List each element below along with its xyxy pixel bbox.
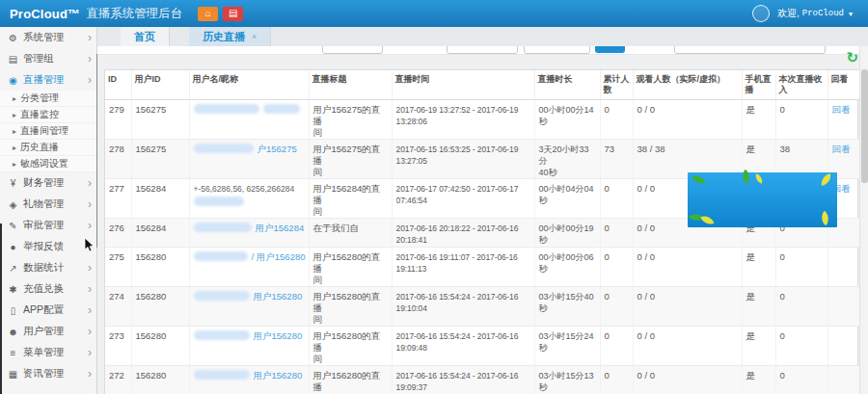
filter-input-2[interactable] — [447, 46, 518, 54]
live-time-range: 2017-06-16 20:18:22 - 2017-06-16 20:18:4… — [396, 223, 531, 246]
cell-viewers-actual-virtual: 0 / 0 — [633, 100, 742, 140]
cell-username: 用户156280 — [189, 366, 309, 394]
cell-id: 272 — [105, 366, 131, 394]
user-menu[interactable]: 欢迎, ProCloud ▾ — [752, 5, 853, 22]
leaf-icon — [754, 173, 763, 183]
filter-search-button[interactable] — [595, 46, 625, 53]
cell-duration: 00小时00分06 秒 — [534, 248, 600, 287]
cell-username: +-56,6286,56, 6256,266284 — [189, 179, 309, 219]
user-link[interactable]: 户156275 — [258, 144, 297, 154]
cell-user-id: 156275 — [131, 140, 189, 179]
sidebar-item[interactable]: ☻ 用户管理 › — [0, 321, 96, 342]
cell-username — [189, 100, 309, 140]
sidebar-subitem[interactable]: ▸ 敏感词设置 — [0, 156, 96, 172]
sidebar-subitem[interactable]: ▸ 分类管理 — [0, 91, 96, 107]
tab-history-live[interactable]: 历史直播 × — [189, 27, 271, 46]
sidebar-item[interactable]: ✱ 充值兑换 › — [0, 278, 96, 300]
home-icon: ⌂ — [205, 9, 211, 18]
table-header-row: ID用户ID用户名/昵称直播标题直播时间直播时长累计人 数观看人数（实际/虚拟）… — [105, 70, 859, 100]
cell-mobile-live: 是 — [742, 327, 775, 366]
redacted-username-blur — [194, 104, 259, 114]
sidebar-item[interactable]: ◈ 礼物管理 › — [0, 194, 96, 215]
cell-id: 274 — [105, 287, 131, 327]
cell-id: 273 — [105, 327, 131, 366]
toolbar-red-button[interactable]: ▤ — [223, 7, 243, 21]
topbar: ProCloud™ 直播系统管理后台 ⌂ ▤ 欢迎, ProCloud ▾ — [0, 0, 868, 27]
tab-bar: 首页 历史直播 × — [97, 27, 868, 46]
sidebar-item[interactable]: ● 举报反馈 › — [0, 236, 96, 257]
sidebar-item[interactable]: ◉ 直播管理 › — [0, 69, 96, 91]
sidebar-item[interactable]: ▦ 资讯管理 › — [0, 363, 96, 384]
sidebar-subitem[interactable]: ▸ 直播监控 — [0, 107, 96, 123]
sidebar-item[interactable]: ▯ APP配置 › — [0, 300, 96, 321]
chevron-right-icon: › — [88, 304, 92, 316]
left-edge-strip — [0, 223, 2, 394]
chevron-right-icon: › — [88, 347, 92, 358]
chevron-right-icon: › — [88, 368, 92, 380]
cell-username: 用户156280 — [189, 327, 309, 366]
filter-input-1[interactable] — [322, 46, 383, 54]
column-header: 直播标题 — [309, 70, 392, 100]
cell-user-id: 156280 — [131, 366, 189, 394]
sidebar-item-label: 财务管理 — [23, 176, 88, 190]
sidebar-item[interactable]: ¥ 财务管理 › — [0, 172, 96, 194]
close-icon[interactable]: × — [252, 32, 257, 41]
sidebar-subitem[interactable]: ▸ 直播间管理 — [0, 123, 96, 140]
user-link[interactable]: / 用户156280 — [252, 251, 306, 262]
cell-mobile-live: 是 — [742, 366, 775, 394]
cell-user-id: 156284 — [131, 179, 189, 219]
cell-username: 用户156280 — [189, 287, 309, 327]
sidebar-item-label: 用户管理 — [23, 325, 88, 338]
yen-icon: ¥ — [7, 178, 19, 189]
cell-time: 2017-06-16 15:54:24 - 2017-06-16 19:09:3… — [392, 366, 534, 394]
table-panel: ID用户ID用户名/昵称直播标题直播时间直播时长累计人 数观看人数（实际/虚拟）… — [104, 69, 858, 394]
leaf-icon — [739, 170, 753, 184]
cell-total-viewers: 0 — [600, 219, 633, 248]
filter-input-4[interactable] — [674, 46, 826, 54]
gears-icon: ⚙ — [7, 33, 19, 43]
sidebar-item[interactable]: ↗ 数据统计 › — [0, 257, 96, 278]
sidebar-item-label: 管理组 — [23, 52, 88, 66]
sidebar-subitem-label: 敏感词设置 — [20, 157, 96, 171]
cell-viewers-actual-virtual: 0 / 0 — [633, 287, 742, 327]
sidebar-item-label: 礼物管理 — [23, 197, 88, 211]
cell-title: 用户156280的直播 间 — [309, 327, 392, 366]
cell-id: 279 — [105, 100, 131, 140]
tab-home[interactable]: 首页 — [121, 27, 170, 46]
sidebar-subitem[interactable]: ▸ 历史直播 — [0, 140, 96, 156]
sidebar-item[interactable]: ▤ 管理组 › — [0, 48, 96, 69]
redacted-username-blur — [194, 330, 250, 340]
cell-id: 277 — [105, 179, 131, 219]
replay-link[interactable]: 回看 — [832, 104, 851, 115]
cell-username: 用户156284 — [189, 219, 309, 248]
column-header: 直播时间 — [392, 70, 534, 100]
home-button[interactable]: ⌂ — [198, 7, 218, 21]
refresh-icon[interactable]: ↻ — [846, 50, 858, 65]
vertical-scrollbar[interactable] — [859, 46, 868, 394]
chevron-right-icon: › — [88, 326, 92, 337]
cell-replay — [827, 248, 859, 287]
cell-title: 用户156275的直播 间 — [309, 100, 392, 140]
sidebar-item[interactable]: ≡ 菜单管理 › — [0, 342, 96, 363]
cell-time: 2017-06-16 19:11:07 - 2017-06-16 19:11:1… — [392, 248, 534, 287]
filter-input-3[interactable] — [524, 46, 590, 54]
column-header: 用户ID — [131, 70, 189, 100]
video-preview-popup[interactable] — [688, 172, 837, 227]
scrollbar-thumb[interactable] — [861, 69, 868, 183]
cell-duration: 03小时15分40 秒 — [534, 287, 600, 327]
user-link[interactable]: 用户156280 — [254, 330, 303, 341]
replay-link[interactable]: 回看 — [832, 144, 851, 154]
leaf-icon — [820, 173, 832, 186]
cell-replay: 回看 — [827, 100, 859, 140]
user-link[interactable]: 用户156280 — [254, 370, 303, 381]
sidebar-item[interactable]: ✎ 审批管理 › — [0, 215, 96, 236]
sidebar-item[interactable]: ⚙ 系统管理 › — [0, 27, 96, 48]
user-link[interactable]: 用户156284 — [256, 223, 305, 233]
sidebar-subitem-label: 直播监控 — [20, 108, 96, 121]
sidebar-item-label: 充值兑换 — [23, 282, 88, 296]
cell-mobile-live: 是 — [742, 100, 775, 140]
leaf-icon — [818, 211, 832, 225]
sidebar-subitem-label: 直播间管理 — [20, 124, 96, 138]
cell-user-id: 156280 — [131, 287, 189, 327]
user-link[interactable]: 用户156280 — [254, 291, 303, 302]
